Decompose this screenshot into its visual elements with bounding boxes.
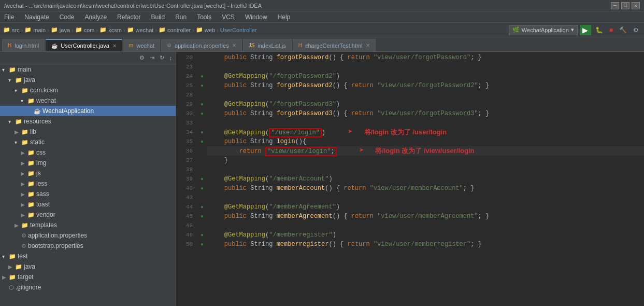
tab-wechat[interactable]: m wechat [123,39,160,51]
arrow-icon: ▾ [15,88,20,93]
tree-item-css[interactable]: ▶ 📁 css [0,147,176,158]
tab-login-label: login.html [15,43,39,49]
menu-build[interactable]: Build [149,12,167,22]
tab-appprops[interactable]: ⚙ application.properties ✕ [161,39,242,51]
tree-label: application.properties [28,232,87,239]
tree-item-test-java[interactable]: ▶ 📁 java [0,261,176,272]
sidebar-expand-icon[interactable]: ↕ [168,54,174,62]
run-configuration-selector[interactable]: 🌿 WechatApplication ▾ [509,25,578,35]
gutter-icon [197,118,207,128]
tab-login[interactable]: H login.html [2,39,45,51]
tab-chargetest-close-icon[interactable]: ✕ [366,43,370,48]
tree-item-wechat[interactable]: ▾ 📁 wechat [0,95,176,106]
tree-label: com.kcsm [30,87,58,94]
gutter-icon [197,221,207,230]
folder-icon: 📁 [9,274,16,281]
tree-label: css [36,149,46,156]
menu-code[interactable]: Code [58,12,77,22]
tree-item-com-kcsm[interactable]: ▾ 📁 com.kcsm [0,85,176,95]
menu-tools[interactable]: Tools [195,12,213,22]
tree-label: wechat [36,97,56,104]
menu-vcs[interactable]: VCS [220,12,237,22]
menu-help[interactable]: Help [276,12,293,22]
tree-label: test [18,253,27,260]
tree-item-sass[interactable]: ▶ 📁 sass [0,189,176,199]
code-line-48 [207,221,644,230]
code-editor[interactable]: 20 23 24 25 28 29 30 33 34 35 36 37 38 3… [176,52,644,306]
folder-icon: 📁 [15,77,22,84]
run-button[interactable]: ▶ [580,25,591,35]
folder-icon: 📁 [21,87,28,94]
m-icon: m [129,43,133,48]
folder-icon: 📁 [15,263,22,270]
tab-appprops-close-icon[interactable]: ✕ [232,43,236,48]
gutter: ● ● ● ● ● ● ● ● ● ● ● ● [197,52,207,306]
tree-label: vendor [36,211,55,218]
menu-navigate[interactable]: Navigate [22,12,51,22]
sidebar-refresh-icon[interactable]: ↻ [158,54,166,62]
sidebar: ⚙ ⇥ ↻ ↕ ▾ 📁 main ▾ 📁 java ▾ 📁 com.kcsm [0,52,176,306]
menu-window[interactable]: Window [243,12,269,22]
settings-icon[interactable]: ⚙ [631,25,641,35]
menu-run[interactable]: Run [173,12,189,22]
window-controls: — □ ✕ [611,2,640,9]
tree-item-bootprops[interactable]: ⚙ bootstrap.properties [0,241,176,251]
minimize-button[interactable]: — [611,2,619,9]
build-button[interactable]: 🔨 [617,25,629,35]
tree-item-java[interactable]: ▾ 📁 java [0,75,176,85]
folder-icon: 📁 [15,118,22,125]
arrow-icon: ▾ [2,67,7,73]
menu-bar: File Navigate Code Analyze Refactor Buil… [0,11,644,23]
tree-item-img[interactable]: ▶ 📁 img [0,158,176,168]
tree-item-wechatapp[interactable]: ☕ WechatApplication [0,106,176,116]
sidebar-collapse-icon[interactable]: ⇥ [148,54,156,62]
tab-appprops-label: application.properties [175,43,229,49]
tab-usercontroller[interactable]: ☕ UserController.java ✕ [46,39,122,51]
code-area: 20 23 24 25 28 29 30 33 34 35 36 37 38 3… [176,52,644,306]
arrow-icon: ▶ [15,129,20,135]
tree-label: js [36,170,41,177]
menu-analyze[interactable]: Analyze [82,12,109,22]
tab-indexlist[interactable]: JS indexList.js [243,39,292,51]
sidebar-settings-icon[interactable]: ⚙ [138,54,146,62]
gutter-icon [197,146,207,156]
code-line-40: public String memberAccount() { return "… [207,184,644,193]
tree-item-resources[interactable]: ▾ 📁 resources [0,116,176,127]
folder-icon: 📁 [27,160,35,166]
tree-item-gitignore[interactable]: ⬡ .gitignore [0,282,176,293]
tree-label: img [36,159,46,166]
maximize-button[interactable]: □ [621,2,629,9]
tab-bar: H login.html ☕ UserController.java ✕ m w… [0,37,644,52]
tree-item-test[interactable]: ▾ 📁 test [0,251,176,261]
close-button[interactable]: ✕ [632,2,640,9]
breadcrumb-main: main [33,27,46,33]
stop-button[interactable]: ■ [607,25,615,35]
tree-item-js[interactable]: ▶ 📁 js [0,168,176,178]
tree-item-less[interactable]: ▶ 📁 less [0,178,176,189]
tree-label: templates [30,221,57,229]
debug-button[interactable]: 🐛 [593,25,605,35]
tree-item-target[interactable]: ▶ 📁 target [0,272,176,282]
tab-close-icon[interactable]: ✕ [112,43,117,49]
tree-item-static[interactable]: ▾ 📁 static [0,137,176,147]
tab-chargetest[interactable]: H chargeCenterTest.html ✕ [293,39,376,51]
tree-item-lib[interactable]: ▶ 📁 lib [0,127,176,137]
tree-item-templates[interactable]: ▶ 📁 templates [0,220,176,230]
tree-item-vendor[interactable]: ▶ 📁 vendor [0,210,176,220]
tree-label: lib [30,128,36,135]
arrow-icon: ▶ [2,274,7,280]
folder-icon: 📁 [9,253,16,260]
code-lines: public String forgotPassword() { return … [207,52,644,306]
tree-label: WechatApplication [42,107,94,115]
gutter-icon [197,62,207,72]
tree-item-toast[interactable]: ▶ 📁 toast [0,199,176,210]
menu-refactor[interactable]: Refactor [115,12,142,22]
breadcrumb-java: java [60,27,70,33]
tree-item-main[interactable]: ▾ 📁 main [0,64,176,75]
code-line-36: return "view/user/login"; ➤ 将/login 改为了 … [207,146,644,156]
breadcrumb-web: web [205,27,215,33]
menu-file[interactable]: File [2,12,16,22]
arrow-icon: ▶ [21,181,26,187]
tree-label: .gitignore [16,284,41,291]
tree-item-appprops[interactable]: ⚙ application.properties [0,230,176,241]
